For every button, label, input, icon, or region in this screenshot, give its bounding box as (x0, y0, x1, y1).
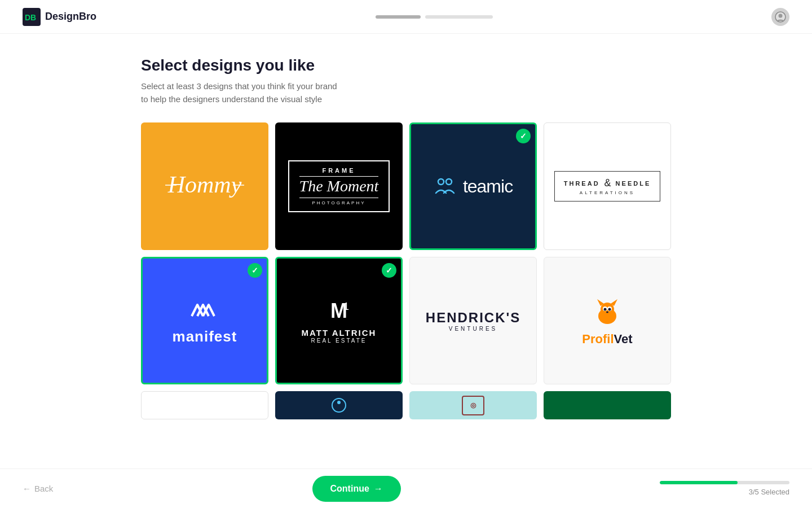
thread-name-2: NEEDLE (616, 180, 651, 187)
design-card-profilvet[interactable]: Profil Vet (544, 257, 671, 384)
teamic-icon (434, 175, 456, 198)
frame-top-text: FRAME (299, 167, 379, 177)
design-card-hendricks[interactable]: HENDRICK'S VENTURES (409, 257, 537, 384)
svg-point-7 (438, 179, 444, 185)
card-inner-thread: THREAD & NEEDLE ALTERATIONS (544, 123, 670, 249)
thread-ampersand: & (604, 177, 611, 189)
partial-icon-3: ◎ (462, 396, 484, 415)
back-button[interactable]: ← Back (23, 484, 53, 493)
matt-icon: M 1 (325, 297, 353, 326)
svg-text:Hommy: Hommy (167, 172, 242, 198)
card-inner-hommy: Hommy (143, 124, 267, 248)
continue-label: Continue (330, 484, 369, 494)
design-card-hommy[interactable]: Hommy (141, 122, 268, 250)
design-card-matt[interactable]: ✓ M 1 MATT ALTRICH REAL ESTATE (275, 257, 403, 384)
teamic-inner: teamic (434, 175, 513, 198)
frame-sub-text: PHOTOGRAPHY (299, 198, 379, 205)
profilvet-name-vet: Vet (614, 332, 633, 347)
profilvet-name-p: Profil (582, 332, 614, 347)
partial-row: ◎ (141, 391, 671, 419)
selection-progress: 3/5 Selected (660, 481, 789, 496)
svg-text:DB: DB (25, 13, 36, 22)
card-inner-frame: FRAME The Moment PHOTOGRAPHY (277, 124, 401, 248)
partial-icon-2 (330, 397, 347, 414)
hendricks-text: HENDRICK'S VENTURES (426, 310, 520, 332)
bottom-bar: ← Back Continue → 3/5 Selected (0, 468, 812, 508)
continue-button[interactable]: Continue → (312, 476, 401, 502)
partial-card-2[interactable] (275, 391, 403, 419)
svg-point-18 (608, 308, 611, 311)
svg-point-21 (337, 401, 341, 404)
progress-filled (376, 15, 421, 19)
back-label: Back (34, 484, 53, 493)
page-title: Select designs you like (141, 56, 671, 75)
thread-name-1: THREAD (564, 180, 600, 187)
card-inner-matt: M 1 MATT ALTRICH REAL ESTATE (277, 259, 401, 383)
profilvet-name: Profil Vet (582, 332, 632, 347)
design-card-teamic[interactable]: ✓ teamic (409, 122, 537, 250)
logo-icon: DB (23, 8, 41, 26)
manifest-icon (191, 296, 219, 325)
matt-text: MATT ALTRICH REAL ESTATE (302, 328, 377, 344)
design-card-thread[interactable]: THREAD & NEEDLE ALTERATIONS (544, 122, 671, 250)
matt-sub: REAL ESTATE (302, 338, 377, 344)
checkmark-manifest: ✓ (248, 263, 262, 278)
svg-text:1: 1 (343, 301, 349, 312)
checkmark-teamic: ✓ (516, 129, 531, 143)
checkmark-matt: ✓ (382, 263, 396, 278)
card-inner-manifest: manifest (143, 259, 267, 383)
design-card-frame[interactable]: FRAME The Moment PHOTOGRAPHY (275, 122, 403, 250)
back-arrow-icon: ← (23, 484, 31, 493)
logo-text: DesignBro (45, 11, 96, 23)
selection-text: 3/5 Selected (749, 488, 789, 496)
main-content: Select designs you like Select at least … (0, 34, 812, 465)
partial-text-3: ◎ (470, 401, 476, 409)
frame-main-text: The Moment (299, 178, 379, 195)
hendricks-sub: VENTURES (426, 326, 520, 332)
thread-name-row: THREAD & NEEDLE (564, 177, 651, 189)
card-inner-teamic: teamic (411, 124, 535, 248)
hommy-logo: Hommy (160, 165, 250, 207)
hendricks-name: HENDRICK'S (426, 310, 520, 326)
partial-card-3[interactable]: ◎ (409, 391, 537, 419)
user-account-icon[interactable] (771, 8, 789, 26)
selection-fill (660, 481, 738, 484)
frame-logo: FRAME The Moment PHOTOGRAPHY (288, 160, 390, 212)
svg-point-3 (778, 14, 782, 17)
page-subtitle: Select at least 3 designs that you think… (141, 80, 671, 106)
thread-tagline: ALTERATIONS (564, 190, 651, 195)
progress-bar (376, 15, 493, 19)
svg-point-17 (604, 308, 607, 311)
design-card-manifest[interactable]: ✓ manifest (141, 257, 268, 384)
manifest-name: manifest (173, 328, 237, 345)
header: DB DesignBro (0, 0, 812, 34)
svg-point-19 (606, 312, 608, 313)
teamic-name: teamic (463, 176, 513, 197)
card-inner-hendricks: HENDRICK'S VENTURES (410, 257, 536, 384)
partial-card-4[interactable] (544, 391, 671, 419)
thread-logo: THREAD & NEEDLE ALTERATIONS (554, 171, 660, 202)
svg-point-20 (332, 398, 346, 412)
logo: DB DesignBro (23, 8, 96, 26)
progress-empty (425, 15, 493, 19)
partial-card-1[interactable] (141, 391, 268, 419)
card-inner-profilvet: Profil Vet (544, 257, 670, 384)
design-grid: Hommy FRAME The Moment PHOTOGRAPHY ✓ (141, 122, 671, 384)
profilvet-icon (590, 295, 624, 329)
matt-name: MATT ALTRICH (302, 328, 377, 338)
svg-point-8 (446, 179, 452, 185)
continue-arrow-icon: → (374, 484, 383, 494)
selection-bar (660, 481, 789, 484)
